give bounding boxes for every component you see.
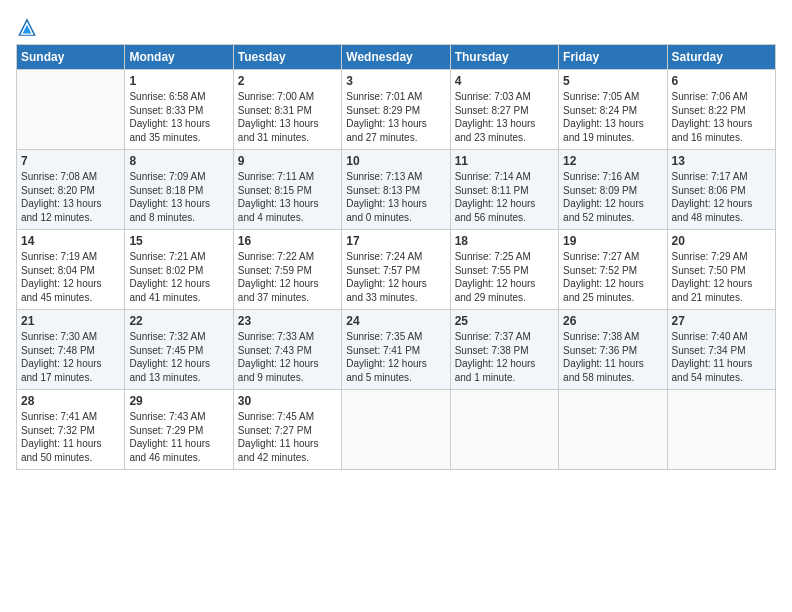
day-info: Sunrise: 7:11 AMSunset: 8:15 PMDaylight:… [238, 170, 337, 224]
day-info: Sunrise: 7:41 AMSunset: 7:32 PMDaylight:… [21, 410, 120, 464]
day-info: Sunrise: 7:33 AMSunset: 7:43 PMDaylight:… [238, 330, 337, 384]
calendar-cell: 7Sunrise: 7:08 AMSunset: 8:20 PMDaylight… [17, 150, 125, 230]
calendar-cell: 15Sunrise: 7:21 AMSunset: 8:02 PMDayligh… [125, 230, 233, 310]
day-number: 19 [563, 234, 662, 248]
calendar-cell: 22Sunrise: 7:32 AMSunset: 7:45 PMDayligh… [125, 310, 233, 390]
day-number: 6 [672, 74, 771, 88]
weekday-header-tuesday: Tuesday [233, 45, 341, 70]
calendar-cell: 25Sunrise: 7:37 AMSunset: 7:38 PMDayligh… [450, 310, 558, 390]
weekday-header-monday: Monday [125, 45, 233, 70]
calendar-cell: 26Sunrise: 7:38 AMSunset: 7:36 PMDayligh… [559, 310, 667, 390]
day-info: Sunrise: 7:00 AMSunset: 8:31 PMDaylight:… [238, 90, 337, 144]
calendar-cell: 5Sunrise: 7:05 AMSunset: 8:24 PMDaylight… [559, 70, 667, 150]
day-info: Sunrise: 7:37 AMSunset: 7:38 PMDaylight:… [455, 330, 554, 384]
logo [16, 16, 42, 38]
logo-icon [16, 16, 38, 38]
day-info: Sunrise: 7:08 AMSunset: 8:20 PMDaylight:… [21, 170, 120, 224]
day-number: 29 [129, 394, 228, 408]
day-number: 22 [129, 314, 228, 328]
calendar-cell: 2Sunrise: 7:00 AMSunset: 8:31 PMDaylight… [233, 70, 341, 150]
weekday-header-saturday: Saturday [667, 45, 775, 70]
calendar-cell: 20Sunrise: 7:29 AMSunset: 7:50 PMDayligh… [667, 230, 775, 310]
day-number: 1 [129, 74, 228, 88]
day-number: 18 [455, 234, 554, 248]
day-number: 15 [129, 234, 228, 248]
day-number: 5 [563, 74, 662, 88]
calendar-cell: 17Sunrise: 7:24 AMSunset: 7:57 PMDayligh… [342, 230, 450, 310]
day-number: 30 [238, 394, 337, 408]
calendar-week-row: 28Sunrise: 7:41 AMSunset: 7:32 PMDayligh… [17, 390, 776, 470]
day-info: Sunrise: 7:45 AMSunset: 7:27 PMDaylight:… [238, 410, 337, 464]
day-info: Sunrise: 7:27 AMSunset: 7:52 PMDaylight:… [563, 250, 662, 304]
day-number: 17 [346, 234, 445, 248]
day-number: 2 [238, 74, 337, 88]
day-info: Sunrise: 7:32 AMSunset: 7:45 PMDaylight:… [129, 330, 228, 384]
calendar-table: SundayMondayTuesdayWednesdayThursdayFrid… [16, 44, 776, 470]
day-info: Sunrise: 7:21 AMSunset: 8:02 PMDaylight:… [129, 250, 228, 304]
day-number: 10 [346, 154, 445, 168]
weekday-header-wednesday: Wednesday [342, 45, 450, 70]
day-number: 12 [563, 154, 662, 168]
calendar-cell: 6Sunrise: 7:06 AMSunset: 8:22 PMDaylight… [667, 70, 775, 150]
weekday-header-sunday: Sunday [17, 45, 125, 70]
day-info: Sunrise: 7:40 AMSunset: 7:34 PMDaylight:… [672, 330, 771, 384]
day-number: 21 [21, 314, 120, 328]
calendar-cell: 27Sunrise: 7:40 AMSunset: 7:34 PMDayligh… [667, 310, 775, 390]
day-info: Sunrise: 7:13 AMSunset: 8:13 PMDaylight:… [346, 170, 445, 224]
calendar-week-row: 14Sunrise: 7:19 AMSunset: 8:04 PMDayligh… [17, 230, 776, 310]
day-number: 11 [455, 154, 554, 168]
calendar-cell: 23Sunrise: 7:33 AMSunset: 7:43 PMDayligh… [233, 310, 341, 390]
day-info: Sunrise: 7:35 AMSunset: 7:41 PMDaylight:… [346, 330, 445, 384]
weekday-header-thursday: Thursday [450, 45, 558, 70]
calendar-cell: 13Sunrise: 7:17 AMSunset: 8:06 PMDayligh… [667, 150, 775, 230]
day-number: 14 [21, 234, 120, 248]
weekday-header-row: SundayMondayTuesdayWednesdayThursdayFrid… [17, 45, 776, 70]
calendar-cell [342, 390, 450, 470]
calendar-cell: 19Sunrise: 7:27 AMSunset: 7:52 PMDayligh… [559, 230, 667, 310]
calendar-cell: 10Sunrise: 7:13 AMSunset: 8:13 PMDayligh… [342, 150, 450, 230]
calendar-cell: 4Sunrise: 7:03 AMSunset: 8:27 PMDaylight… [450, 70, 558, 150]
calendar-cell: 14Sunrise: 7:19 AMSunset: 8:04 PMDayligh… [17, 230, 125, 310]
calendar-week-row: 21Sunrise: 7:30 AMSunset: 7:48 PMDayligh… [17, 310, 776, 390]
day-number: 24 [346, 314, 445, 328]
calendar-cell [17, 70, 125, 150]
calendar-cell: 21Sunrise: 7:30 AMSunset: 7:48 PMDayligh… [17, 310, 125, 390]
day-number: 8 [129, 154, 228, 168]
calendar-cell [450, 390, 558, 470]
calendar-cell: 8Sunrise: 7:09 AMSunset: 8:18 PMDaylight… [125, 150, 233, 230]
day-info: Sunrise: 7:25 AMSunset: 7:55 PMDaylight:… [455, 250, 554, 304]
day-info: Sunrise: 7:30 AMSunset: 7:48 PMDaylight:… [21, 330, 120, 384]
day-info: Sunrise: 7:05 AMSunset: 8:24 PMDaylight:… [563, 90, 662, 144]
day-info: Sunrise: 7:19 AMSunset: 8:04 PMDaylight:… [21, 250, 120, 304]
day-info: Sunrise: 7:16 AMSunset: 8:09 PMDaylight:… [563, 170, 662, 224]
day-info: Sunrise: 7:29 AMSunset: 7:50 PMDaylight:… [672, 250, 771, 304]
day-info: Sunrise: 7:22 AMSunset: 7:59 PMDaylight:… [238, 250, 337, 304]
day-number: 4 [455, 74, 554, 88]
day-number: 25 [455, 314, 554, 328]
day-info: Sunrise: 7:43 AMSunset: 7:29 PMDaylight:… [129, 410, 228, 464]
day-info: Sunrise: 7:38 AMSunset: 7:36 PMDaylight:… [563, 330, 662, 384]
page-container: SundayMondayTuesdayWednesdayThursdayFrid… [0, 0, 792, 480]
weekday-header-friday: Friday [559, 45, 667, 70]
calendar-cell: 18Sunrise: 7:25 AMSunset: 7:55 PMDayligh… [450, 230, 558, 310]
day-info: Sunrise: 7:01 AMSunset: 8:29 PMDaylight:… [346, 90, 445, 144]
day-number: 28 [21, 394, 120, 408]
day-info: Sunrise: 7:09 AMSunset: 8:18 PMDaylight:… [129, 170, 228, 224]
calendar-cell: 16Sunrise: 7:22 AMSunset: 7:59 PMDayligh… [233, 230, 341, 310]
calendar-week-row: 1Sunrise: 6:58 AMSunset: 8:33 PMDaylight… [17, 70, 776, 150]
calendar-cell [559, 390, 667, 470]
calendar-cell: 1Sunrise: 6:58 AMSunset: 8:33 PMDaylight… [125, 70, 233, 150]
day-info: Sunrise: 7:06 AMSunset: 8:22 PMDaylight:… [672, 90, 771, 144]
calendar-cell: 30Sunrise: 7:45 AMSunset: 7:27 PMDayligh… [233, 390, 341, 470]
day-number: 3 [346, 74, 445, 88]
calendar-cell: 29Sunrise: 7:43 AMSunset: 7:29 PMDayligh… [125, 390, 233, 470]
calendar-cell: 12Sunrise: 7:16 AMSunset: 8:09 PMDayligh… [559, 150, 667, 230]
day-number: 7 [21, 154, 120, 168]
day-number: 13 [672, 154, 771, 168]
day-info: Sunrise: 7:03 AMSunset: 8:27 PMDaylight:… [455, 90, 554, 144]
calendar-cell: 11Sunrise: 7:14 AMSunset: 8:11 PMDayligh… [450, 150, 558, 230]
day-number: 20 [672, 234, 771, 248]
calendar-cell: 3Sunrise: 7:01 AMSunset: 8:29 PMDaylight… [342, 70, 450, 150]
day-info: Sunrise: 6:58 AMSunset: 8:33 PMDaylight:… [129, 90, 228, 144]
calendar-cell: 24Sunrise: 7:35 AMSunset: 7:41 PMDayligh… [342, 310, 450, 390]
